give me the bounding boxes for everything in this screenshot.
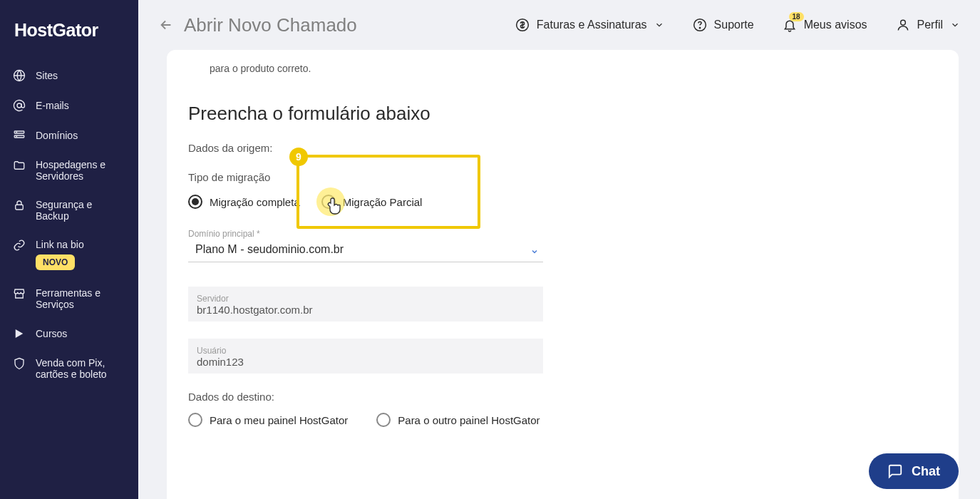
support-label: Suporte <box>714 19 754 31</box>
radio-label: Migração completa <box>210 196 300 208</box>
back-nav[interactable]: Abrir Novo Chamado <box>158 14 501 36</box>
chat-button[interactable]: Chat <box>869 453 959 489</box>
svg-point-4 <box>16 132 17 133</box>
bell-icon: 18 <box>783 18 797 32</box>
page-title: Abrir Novo Chamado <box>184 14 357 36</box>
server-label: Servidor <box>197 294 535 304</box>
notice-count-badge: 18 <box>789 12 804 21</box>
radio-label: Para o outro painel HostGator <box>398 414 540 426</box>
origin-label: Dados da origem: <box>188 142 916 154</box>
domain-select[interactable]: Plano M - seudominio.com.br <box>188 240 543 262</box>
truncated-note: para o produto correto. <box>167 50 959 78</box>
domain-select-value: Plano M - seudominio.com.br <box>188 240 543 262</box>
main-area: Abrir Novo Chamado Faturas e Assinaturas… <box>138 0 980 499</box>
chevron-down-icon <box>530 247 539 256</box>
sidebar-item-label: Cursos <box>36 328 67 339</box>
chevron-down-icon <box>950 20 960 30</box>
user-field: Usuário domin123 <box>188 339 543 374</box>
migration-type-label: Tipo de migração <box>188 171 916 183</box>
novo-badge: NOVO <box>36 254 75 270</box>
user-icon <box>896 18 910 32</box>
support-action[interactable]: Suporte <box>693 18 754 32</box>
svg-point-5 <box>16 136 17 137</box>
sidebar-item-pix[interactable]: Venda com Pix, cartões e boleto <box>0 349 138 389</box>
sidebar-item-security[interactable]: Segurança e Backup <box>0 190 138 230</box>
server-value: br1140.hostgator.com.br <box>197 304 535 316</box>
dest-label: Dados do destino: <box>188 391 916 403</box>
dollar-circle-icon <box>515 18 530 32</box>
chat-label: Chat <box>912 464 940 479</box>
migration-radio-row: Migração completa Migração Parcial 9 <box>188 195 916 209</box>
chat-icon <box>887 463 903 479</box>
sidebar-item-label: Link na bio <box>36 239 84 250</box>
content-card: para o produto correto. Preencha o formu… <box>167 50 959 499</box>
sidebar-item-courses[interactable]: Cursos <box>0 319 138 349</box>
svg-point-1 <box>17 103 21 108</box>
radio-dest-other-panel[interactable]: Para o outro painel HostGator <box>376 413 540 427</box>
svg-point-10 <box>900 20 905 25</box>
domains-icon <box>13 129 26 142</box>
sidebar-item-hosting[interactable]: Hospedagens e Servidores <box>0 150 138 190</box>
notices-label: Meus avisos <box>804 19 867 31</box>
sidebar-item-label: E-mails <box>36 100 69 111</box>
radio-migration-full[interactable]: Migração completa <box>188 195 300 209</box>
svg-rect-6 <box>16 205 24 210</box>
sidebar-item-label: Venda com Pix, cartões e boleto <box>36 357 125 380</box>
form-area: Preencha o formulário abaixo Dados da or… <box>167 78 959 427</box>
lock-icon <box>13 199 26 212</box>
form-title: Preencha o formulário abaixo <box>188 103 916 125</box>
domain-label: Domínio principal * <box>188 229 916 239</box>
sidebar-item-label: Ferramentas e Serviços <box>36 287 125 310</box>
sidebar-item-linkbio[interactable]: Link na bio NOVO <box>0 230 138 279</box>
help-circle-icon <box>693 18 707 32</box>
sidebar-item-emails[interactable]: E-mails <box>0 91 138 120</box>
sidebar-item-dominios[interactable]: Domínios <box>0 120 138 150</box>
at-icon <box>13 99 26 112</box>
radio-unchecked-icon <box>188 413 202 427</box>
folder-icon <box>13 159 26 172</box>
profile-label: Perfil <box>917 19 943 31</box>
sidebar-item-sites[interactable]: Sites <box>0 61 138 91</box>
radio-checked-icon <box>188 195 202 209</box>
user-label: Usuário <box>197 346 535 356</box>
top-actions: Faturas e Assinaturas Suporte 18 Meus av… <box>515 18 960 32</box>
link-icon <box>13 239 26 252</box>
sidebar-item-label: Sites <box>36 70 58 81</box>
invoices-action[interactable]: Faturas e Assinaturas <box>515 18 664 32</box>
shield-icon <box>13 357 26 370</box>
globe-icon <box>13 69 26 82</box>
cursor-hand-icon <box>326 197 344 217</box>
sidebar-item-label: Segurança e Backup <box>36 199 125 222</box>
sidebar-item-label: Hospedagens e Servidores <box>36 159 125 182</box>
arrow-left-icon <box>158 17 174 33</box>
invoices-label: Faturas e Assinaturas <box>537 19 647 31</box>
radio-dest-my-panel[interactable]: Para o meu painel HostGator <box>188 413 348 427</box>
notices-action[interactable]: 18 Meus avisos <box>783 18 867 32</box>
server-field: Servidor br1140.hostgator.com.br <box>188 287 543 321</box>
sidebar-item-tools[interactable]: Ferramentas e Serviços <box>0 279 138 319</box>
store-icon <box>13 287 26 300</box>
sidebar-item-label: Domínios <box>36 130 78 141</box>
radio-label: Migração Parcial <box>343 196 423 208</box>
chevron-down-icon <box>654 20 664 30</box>
profile-action[interactable]: Perfil <box>896 18 960 32</box>
logo: HostGator <box>0 20 138 61</box>
radio-unchecked-icon <box>376 413 391 427</box>
svg-point-9 <box>699 28 700 29</box>
radio-label: Para o meu painel HostGator <box>210 414 348 426</box>
dest-radio-row: Para o meu painel HostGator Para o outro… <box>188 413 916 427</box>
play-icon <box>13 327 26 340</box>
topbar: Abrir Novo Chamado Faturas e Assinaturas… <box>138 0 980 50</box>
user-value: domin123 <box>197 356 535 368</box>
sidebar: HostGator Sites E-mails Domínios Hospeda… <box>0 0 138 499</box>
